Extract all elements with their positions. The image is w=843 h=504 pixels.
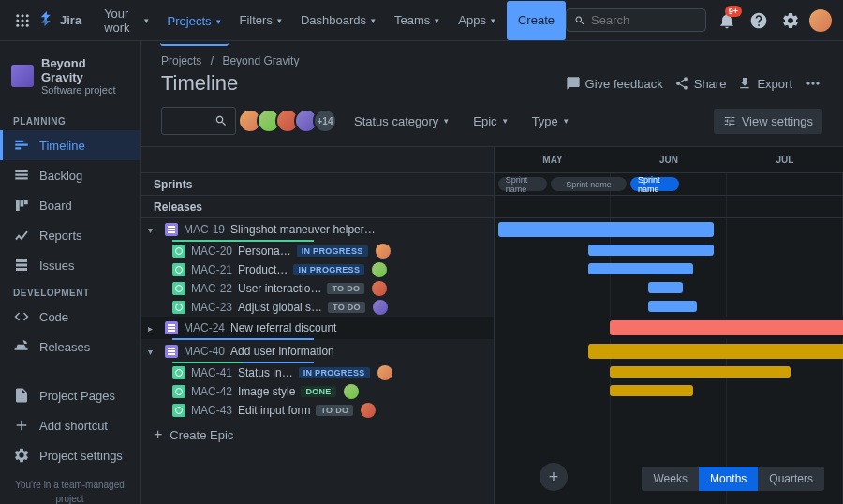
assignee-avatars[interactable]: +14 <box>244 109 337 133</box>
filter-type[interactable]: Type▾ <box>525 109 576 134</box>
zoom-weeks[interactable]: Weeks <box>642 467 698 491</box>
assignee-avatar[interactable] <box>344 384 359 399</box>
assignee-avatar[interactable] <box>377 365 392 380</box>
status-pill: TO DO <box>316 405 353 416</box>
nav-apps[interactable]: Apps▾ <box>451 1 503 40</box>
global-search[interactable] <box>566 8 706 32</box>
filter-epic[interactable]: Epic▾ <box>466 109 514 134</box>
create-epic-button[interactable]: +Create Epic <box>140 420 494 450</box>
child-row[interactable]: MAC-22User interactio…TO DO <box>140 279 494 298</box>
child-row[interactable]: MAC-20Persona…IN PROGRESS <box>140 242 494 260</box>
export-button[interactable]: Export <box>737 76 792 91</box>
epic-row[interactable]: ▾MAC-40Add user information <box>140 340 494 363</box>
status-pill: DONE <box>301 386 335 397</box>
sprint-pill[interactable]: Sprint name <box>630 177 679 191</box>
svg-point-5 <box>26 19 29 22</box>
svg-point-8 <box>26 23 29 26</box>
app-switcher-icon[interactable] <box>11 9 34 32</box>
notifications-icon[interactable]: 9+ <box>714 7 740 34</box>
nav-your-work[interactable]: Your work▾ <box>96 1 155 40</box>
child-row[interactable]: MAC-21Product…IN PROGRESS <box>140 260 494 279</box>
sidebar-timeline[interactable]: Timeline <box>0 130 140 160</box>
expand-icon[interactable]: ▾ <box>148 347 159 357</box>
user-avatar[interactable] <box>809 9 832 32</box>
assignee-avatar[interactable] <box>372 281 387 296</box>
story-icon <box>172 245 185 258</box>
zoom-quarters[interactable]: Quarters <box>758 467 824 491</box>
epic-bar[interactable] <box>498 222 715 237</box>
avatar-more[interactable]: +14 <box>313 109 337 133</box>
svg-point-7 <box>22 23 24 26</box>
epic-icon <box>165 321 178 334</box>
breadcrumbs: Projects / Beyond Gravity <box>140 41 843 69</box>
assignee-avatar[interactable] <box>376 244 391 259</box>
assignee-avatar[interactable] <box>373 300 388 315</box>
status-pill: IN PROGRESS <box>293 264 364 275</box>
notif-badge: 9+ <box>725 6 742 17</box>
add-fab-button[interactable]: + <box>540 463 568 491</box>
sidebar-add-shortcut[interactable]: Add shortcut <box>0 410 140 440</box>
search-input[interactable] <box>591 13 698 27</box>
breadcrumb-projects[interactable]: Projects <box>161 54 201 67</box>
expand-icon[interactable]: ▸ <box>148 323 159 334</box>
releases-track <box>495 196 843 218</box>
breadcrumb-project[interactable]: Beyond Gravity <box>222 54 299 67</box>
svg-point-6 <box>16 23 19 26</box>
svg-point-10 <box>811 82 814 84</box>
sprint-pill[interactable]: Sprint name <box>498 177 547 191</box>
story-icon <box>172 366 185 379</box>
child-bar[interactable] <box>648 301 697 312</box>
sidebar-releases[interactable]: Releases <box>0 332 140 362</box>
sidebar-project-settings[interactable]: Project settings <box>0 440 140 470</box>
sidebar-issues[interactable]: Issues <box>0 250 140 280</box>
give-feedback[interactable]: Give feedback <box>566 76 663 91</box>
child-bar[interactable] <box>610 385 693 396</box>
epic-row[interactable]: ▾MAC-19Slingshot maneuver helper… <box>140 218 494 241</box>
sidebar-reports[interactable]: Reports <box>0 220 140 250</box>
sidebar-board[interactable]: Board <box>0 190 140 220</box>
zoom-months[interactable]: Months <box>699 467 758 491</box>
view-settings-button[interactable]: View settings <box>714 109 822 134</box>
help-icon[interactable] <box>746 7 772 34</box>
story-icon <box>172 263 185 276</box>
assignee-avatar[interactable] <box>372 262 387 277</box>
sidebar-backlog[interactable]: Backlog <box>0 160 140 190</box>
nav-projects[interactable]: Projects▾ <box>160 1 229 46</box>
assignee-avatar[interactable] <box>361 403 376 418</box>
create-button[interactable]: Create <box>507 1 566 40</box>
epic-key: MAC-40 <box>184 345 225 358</box>
expand-icon[interactable]: ▾ <box>148 225 159 235</box>
sprint-pill[interactable]: Sprint name <box>551 177 628 191</box>
settings-icon[interactable] <box>777 7 804 34</box>
releases-label: Releases <box>140 196 494 218</box>
timeline-search[interactable] <box>161 107 236 135</box>
sidebar-footer: You're in a team-managed project Learn m… <box>0 470 140 504</box>
child-bar[interactable] <box>588 245 714 256</box>
sprints-label: Sprints <box>140 173 494 196</box>
child-row[interactable]: MAC-43Edit input formTO DO <box>140 401 494 420</box>
child-bar[interactable] <box>588 263 693 274</box>
status-pill: TO DO <box>328 302 365 313</box>
nav-teams[interactable]: Teams▾ <box>387 1 447 40</box>
project-header[interactable]: Beyond Gravity Software project <box>0 52 140 109</box>
child-key: MAC-23 <box>191 301 232 314</box>
epic-row[interactable]: ▸MAC-24New referral discount <box>140 317 494 339</box>
sidebar-project-pages[interactable]: Project Pages <box>0 380 140 410</box>
child-key: MAC-22 <box>191 282 232 295</box>
child-row[interactable]: MAC-23Adjust global s…TO DO <box>140 298 494 317</box>
nav-filters[interactable]: Filters▾ <box>232 1 289 40</box>
filter-status[interactable]: Status category▾ <box>347 109 456 134</box>
more-actions-icon[interactable] <box>804 74 822 93</box>
nav-dashboards[interactable]: Dashboards▾ <box>293 1 383 40</box>
sidebar-code[interactable]: Code <box>0 302 140 332</box>
jira-logo[interactable]: Jira <box>37 11 81 30</box>
share-button[interactable]: Share <box>674 76 727 91</box>
child-row[interactable]: MAC-41Status in…IN PROGRESS <box>140 363 494 382</box>
child-bar[interactable] <box>610 366 791 378</box>
child-bar[interactable] <box>648 282 683 293</box>
epic-bar[interactable] <box>588 344 843 359</box>
epic-bar[interactable] <box>610 320 843 335</box>
child-row[interactable]: MAC-42Image styleDONE <box>140 382 494 401</box>
story-icon <box>172 282 185 295</box>
timeline-chart[interactable]: MAYJUNJUL Sprint nameSprint nameSprint n… <box>495 147 843 504</box>
